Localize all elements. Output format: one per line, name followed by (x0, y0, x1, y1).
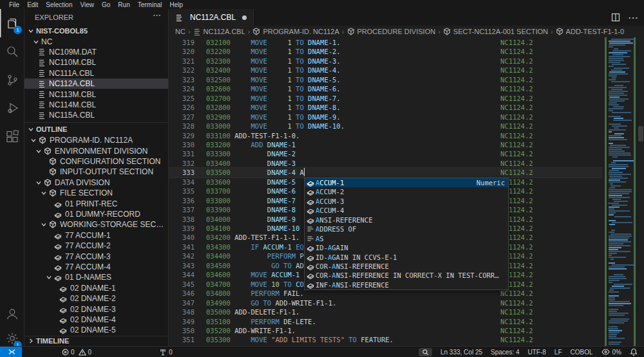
outline-item-02-dname-3[interactable]: 02 DNAME-3 (24, 304, 168, 314)
breadcrumb-item-nc112a-cbl[interactable]: NC112A.CBL (193, 28, 245, 36)
code-line[interactable]: 033900 DNAME-8 (206, 205, 296, 214)
suggest-item-cor-ansi-reference[interactable]: COR-ANSI-REFERENCE (305, 262, 508, 271)
editor-line-331[interactable]: 331033300 DNAME-2NC1124.2 (169, 149, 602, 158)
menu-item-selection[interactable]: Selection (42, 1, 76, 8)
code-line[interactable]: 033300 DNAME-2 (206, 149, 296, 158)
activity-item-run-debug[interactable] (0, 94, 24, 122)
breadcrumb-item-program-id-nc112a[interactable]: PROGRAM-ID. NC112A (252, 28, 339, 35)
outline-item-01-dummy-record[interactable]: 01 DUMMY-RECORD (24, 209, 168, 219)
code-line[interactable]: 034900 GO TO ADD-WRITE-F1-1. (206, 298, 336, 307)
tab-nc112a[interactable]: NC112A.CBL (169, 9, 254, 26)
editor-line-348[interactable]: 348035000 ADD-DELETE-F1-1.NC1124.2 (169, 307, 602, 316)
menu-item-help[interactable]: Help (166, 1, 187, 8)
file-item-nc113m.cbl[interactable]: NC113M.CBL (24, 89, 168, 99)
menu-item-file[interactable]: File (5, 1, 23, 8)
folder-root[interactable]: NIST-COBOL85 (24, 26, 168, 36)
code-line[interactable]: 032200 MOVE 1 TO DNAME-2. (206, 47, 341, 56)
file-item-nc109m.dat[interactable]: NC109M.DAT (24, 47, 168, 57)
outline-section-header[interactable]: OUTLINE (24, 122, 168, 135)
editor-line-326[interactable]: 326032800 MOVE 1 TO DNAME-8.NC1124.2 (169, 103, 602, 112)
screencast-status[interactable]: 0% (601, 349, 621, 356)
outline-item-working-storage-section[interactable]: WORKING-STORAGE SECTION (24, 219, 168, 230)
language-mode-status[interactable]: COBOL (571, 349, 593, 356)
editor-line-324[interactable]: 324032600 MOVE 1 TO DNAME-6.NC1124.2 (169, 84, 602, 93)
menu-item-terminal[interactable]: Terminal (134, 1, 166, 8)
editor-line-328[interactable]: 328033000 MOVE 1 TO DNAME-10.NC1124.2 (169, 122, 602, 131)
file-item-nc115a.cbl[interactable]: NC115A.CBL (24, 110, 168, 120)
code-line[interactable]: 035300 MOVE "ADD LIMITS TESTS" TO FEATUR… (206, 335, 393, 344)
minimap[interactable] (602, 37, 638, 346)
editor-line-321[interactable]: 321032300 MOVE 1 TO DNAME-3.NC1124.2 (169, 57, 602, 66)
folder-nc[interactable]: NC (24, 36, 168, 46)
suggest-item-accum-4[interactable]: ACCUM-4 (305, 206, 508, 215)
outline-item-77-accum-1[interactable]: 77 ACCUM-1 (24, 230, 168, 241)
editor-line-320[interactable]: 320032200 MOVE 1 TO DNAME-2.NC1124.2 (169, 47, 602, 56)
code-line[interactable]: 032500 MOVE 1 TO DNAME-5. (206, 75, 341, 84)
scrollbar-thumb[interactable] (638, 126, 643, 142)
file-item-nc110m.cbl[interactable]: NC110M.CBL (24, 57, 168, 68)
code-line[interactable]: 034500 GO TO ADD-W (206, 261, 316, 270)
editor-line-319[interactable]: 319032100 MOVE 1 TO DNAME-1.NC1124.2 (169, 38, 602, 47)
code-line[interactable]: 034400 PERFORM PASS (206, 252, 316, 261)
outline-item-data-division[interactable]: DATA DIVISION (24, 178, 168, 188)
code-line[interactable]: 033600 DNAME-5 (206, 178, 296, 187)
timeline-section-header[interactable]: TIMELINE (24, 336, 168, 346)
code-line[interactable]: 032600 MOVE 1 TO DNAME-6. (206, 84, 341, 93)
ports-status[interactable]: 0 (159, 348, 173, 356)
menu-item-view[interactable]: View (77, 1, 99, 8)
editor-line-329[interactable]: 329033100 ADD-TEST-F1-1-0.NC1124.2 (169, 131, 602, 140)
file-item-nc112a.cbl[interactable]: NC112A.CBL (24, 78, 168, 89)
code-line[interactable]: 034700 MOVE 10 TO CORRE (206, 280, 316, 289)
suggest-item-id-again-in-ccvs-e-1[interactable]: ID-AGAIN IN CCVS-E-1 (305, 252, 508, 261)
activity-item-search[interactable] (0, 37, 24, 66)
code-line[interactable]: 034200 ADD-TEST-F1-1-1. (206, 233, 299, 242)
code-line[interactable]: 033500 DNAME-4 A (206, 168, 305, 177)
outline-item-environment-division[interactable]: ENVIRONMENT DIVISION (24, 145, 168, 156)
code-line[interactable]: 033800 DNAME-7 (206, 196, 296, 205)
code-line[interactable]: 032700 MOVE 1 TO DNAME-7. (206, 94, 341, 103)
activity-item-explorer[interactable]: 1 (0, 9, 24, 37)
code-line[interactable]: 034800 PERFORM FAIL. (206, 289, 304, 298)
eol-status[interactable]: LF (554, 349, 562, 356)
code-line[interactable]: 032900 MOVE 1 TO DNAME-9. (206, 113, 341, 122)
outline-item-77-accum-2[interactable]: 77 ACCUM-2 (24, 241, 168, 251)
editor-line-332[interactable]: 332033400 DNAME-3NC1124.2 (169, 159, 602, 168)
code-line[interactable]: 035000 ADD-DELETE-F1-1. (206, 307, 299, 316)
suggest-item-accum-1[interactable]: ACCUM-1Numeric (305, 178, 508, 187)
outline-item-77-accum-3[interactable]: 77 ACCUM-3 (24, 251, 168, 261)
suggest-item-as[interactable]: AS (305, 233, 508, 243)
activity-item-source-control[interactable] (0, 66, 24, 94)
outline-item-program-id-nc112a[interactable]: PROGRAM-ID. NC112A (24, 135, 168, 145)
editor-line-346[interactable]: 346034800 PERFORM FAIL.NC1124.2 (169, 289, 602, 298)
file-item-nc111a.cbl[interactable]: NC111A.CBL (24, 68, 168, 78)
suggest-item-ansi-reference[interactable]: ANSI-REFERENCE (305, 215, 508, 224)
cursor-position-status[interactable]: Ln 333, Col 25 (440, 349, 482, 356)
breadcrumb-item-sect-nc112a-001-section[interactable]: SECT-NC112A-001 SECTION (443, 28, 548, 35)
code-line[interactable]: 032400 MOVE 1 TO DNAME-4. (206, 66, 341, 75)
code-line[interactable]: 034600 MOVE ACCUM-1 TO (206, 270, 312, 279)
file-item-nc114m.cbl[interactable]: NC114M.CBL (24, 100, 168, 110)
outline-item-77-accum-4[interactable]: 77 ACCUM-4 (24, 262, 168, 272)
code-line[interactable]: 033100 ADD-TEST-F1-1-0. (206, 131, 299, 140)
outline-item-01-print-rec[interactable]: 01 PRINT-REC (24, 198, 168, 208)
code-line[interactable]: 034300 IF ACCUM-1 EQUAL (206, 243, 316, 252)
suggest-item-id-again[interactable]: ID-AGAIN (305, 243, 508, 252)
menu-item-edit[interactable]: Edit (23, 1, 42, 8)
outline-item-01-d-names[interactable]: 01 D-NAMES (24, 272, 168, 282)
breadcrumb-item-nc[interactable]: NC (175, 28, 185, 35)
editor-line-349[interactable]: 349035100 PERFORM DE-LETE.NC1124.2 (169, 317, 602, 326)
editor-line-347[interactable]: 347034900 GO TO ADD-WRITE-F1-1.NC1124.2 (169, 298, 602, 307)
outline-item-02-dname-5[interactable]: 02 DNAME-5 (24, 325, 168, 335)
outline-item-02-dname-4[interactable]: 02 DNAME-4 (24, 315, 168, 325)
outline-item-02-dname-1[interactable]: 02 DNAME-1 (24, 283, 168, 293)
code-line[interactable]: 033700 DNAME-6 (206, 187, 296, 196)
suggest-item-accum-2[interactable]: ACCUM-2 (305, 187, 508, 196)
code-line[interactable]: 035200 ADD-WRITE-F1-1. (206, 326, 296, 335)
encoding-status[interactable]: UTF-8 (528, 349, 546, 356)
editor-line-322[interactable]: 322032400 MOVE 1 TO DNAME-4.NC1124.2 (169, 66, 602, 75)
code-editor[interactable]: 318032000 MOVE 0 TO ACCUM-4.NC1124.23190… (169, 37, 644, 346)
suggest-item-address-of[interactable]: ADDRESS OF (305, 224, 508, 233)
code-line[interactable]: 032800 MOVE 1 TO DNAME-8. (206, 103, 341, 112)
outline-item-file-section[interactable]: FILE SECTION (24, 188, 168, 198)
code-line[interactable]: 034000 DNAME-9 (206, 215, 296, 224)
